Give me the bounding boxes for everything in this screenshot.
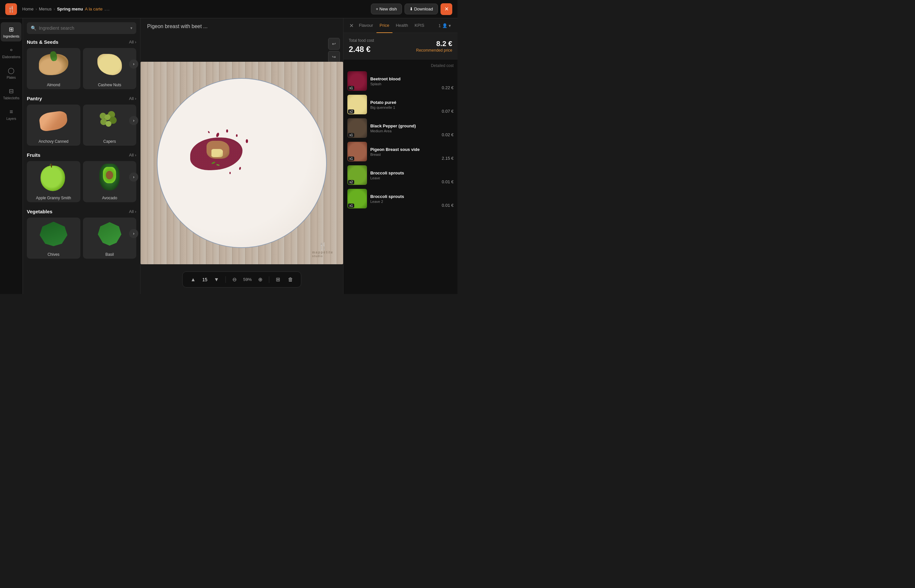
broccoli1-price: 0.01 € [442,179,454,185]
right-panel: ✕ Flavour Price Health KPIS 1 👤 ▾ Total … [343,18,457,294]
cost-right: 8.2 € Recommended price [416,40,452,53]
food-cost-value: 2.48 € [349,45,374,54]
zoom-out-icon: ⊖ [232,276,237,283]
toolbar-separator-2 [269,276,269,283]
cost-item-pepper: x1 Black Pepper (ground) Medium Area 0.0… [348,118,454,138]
pepper-info: Black Pepper (ground) Medium Area [370,123,438,133]
person-selector[interactable]: 1 👤 ▾ [436,21,454,31]
see-all-vegetables[interactable]: All › [129,209,136,214]
sidebar-item-ingredients[interactable]: ⊞ Ingredients [1,22,21,42]
pepper-price: 0.02 € [442,132,454,138]
broccoli1-info: Broccoli sprouts Leave [370,171,438,180]
breadcrumb-current[interactable]: Spring menu [57,6,82,11]
capers-image [83,105,137,137]
pepper-thumb: x1 [348,118,367,138]
breadcrumb-more[interactable]: ... [105,6,110,11]
see-all-nuts[interactable]: All › [129,40,136,44]
ingredient-card-apple[interactable]: Apple Granny Smith [27,161,81,202]
broccoli2-price: 0.01 € [442,203,454,208]
beetroot-name: Beetroot blood [370,76,438,81]
zoom-out-button[interactable]: ⊖ [231,275,238,284]
avocado-image [83,161,137,194]
sidebar-item-layers[interactable]: ≡ Layers [1,105,21,124]
breadcrumb: Home › Menus › Spring menu A la carte ..… [22,6,110,11]
grid-button[interactable]: ⊞ [275,275,281,284]
almond-image [27,48,81,81]
dish-title: Pigeon breast with beet ... [141,18,343,32]
sidebar-label-plates: Plates [7,76,16,79]
chevron-down-icon: ▾ [449,23,451,28]
page-down-button[interactable]: ▼ [212,275,220,284]
sidebar-item-elaborations[interactable]: ⚬ Elaborations [1,43,21,62]
category-fruits: Fruits All › [27,152,136,158]
detailed-cost-panel: Detailed cost x1 Beetroot blood Splash 0… [343,60,457,294]
fruits-items-row: Apple Granny Smith Avocado › [27,161,136,202]
new-dish-button[interactable]: + New dish [371,3,402,15]
potato-price: 0.07 € [442,109,454,114]
see-all-fruits[interactable]: All › [129,153,136,157]
breadcrumb-home[interactable]: Home [22,6,34,11]
sidebar-item-tablecloths[interactable]: ⊟ Tablecloths [1,84,21,103]
vegetables-arrow-icon[interactable]: › [129,229,138,238]
chevron-down-icon[interactable]: ▾ [130,26,133,31]
tab-kpis[interactable]: KPIS [411,18,428,33]
beetroot-info: Beetroot blood Splash [370,76,438,86]
canvas-container[interactable]: 🍴 mappetitestudio [141,32,343,294]
ingredient-card-almond[interactable]: Almond [27,48,81,89]
zoom-in-button[interactable]: ⊕ [257,275,264,284]
tab-price[interactable]: Price [377,18,393,33]
sidebar-label-layers: Layers [6,117,16,121]
panel-close-button[interactable]: ✕ [348,20,356,31]
pantry-arrow-icon[interactable]: › [129,116,138,125]
pigeon-price: 2.15 € [442,156,454,162]
breadcrumb-menus[interactable]: Menus [39,6,52,11]
ingredient-card-herb2[interactable]: Basil [83,218,137,259]
breadcrumb-tab[interactable]: A la carte [85,6,103,11]
tab-flavour[interactable]: Flavour [356,18,376,33]
capers-label: Capers [83,137,137,146]
fruits-arrow-icon[interactable]: › [129,173,138,182]
close-icon: ✕ [445,6,449,12]
broccoli1-thumb: x2 [348,165,367,185]
plate-background: 🍴 mappetitestudio [141,62,343,264]
nuts-arrow-icon[interactable]: › [129,60,138,69]
cost-item-broccoli2: x1 Broccoli sprouts Leave 2 0.01 € [348,189,454,208]
plate-image: 🍴 mappetitestudio [141,62,343,264]
trash-icon: 🗑 [288,277,293,283]
header-actions: + New dish ⬇ Download ✕ [371,3,452,15]
herb1-image [27,218,81,250]
broccoli1-badge: x2 [348,180,354,184]
ingredient-card-capers[interactable]: Capers [83,105,137,146]
tab-health[interactable]: Health [393,18,411,33]
category-title-pantry: Pantry [27,96,42,101]
grid-icon: ⊞ [276,276,280,283]
recommended-label: Recommended price [416,48,452,53]
nuts-items-row: Almond Cashew Nuts › [27,48,136,89]
search-input[interactable] [39,26,128,31]
close-button[interactable]: ✕ [441,3,452,15]
elaborations-icon: ⚬ [7,46,15,54]
ingredient-card-anchovy[interactable]: Anchovy Canned [27,105,81,146]
vegetables-items-row: Chives Basil › [27,218,136,259]
toolbar-separator-1 [225,276,226,283]
breadcrumb-sep1: › [36,6,37,11]
plates-icon: ◯ [7,67,15,74]
category-title-vegetables: Vegetables [27,209,52,214]
zoom-level: 59% [243,277,252,282]
sidebar-item-plates[interactable]: ◯ Plates [1,63,21,82]
page-number: 15 [202,277,207,282]
ingredient-card-cashew[interactable]: Cashew Nuts [83,48,137,89]
see-all-pantry[interactable]: All › [129,96,136,101]
broccoli1-sub: Leave [370,176,438,180]
download-button[interactable]: ⬇ Download [404,3,438,15]
delete-button[interactable]: 🗑 [286,275,294,284]
cost-left: Total food cost 2.48 € [349,38,374,54]
search-icon: 🔍 [31,26,36,31]
ingredient-card-avocado[interactable]: Avocado [83,161,137,202]
ingredient-card-herb1[interactable]: Chives [27,218,81,259]
page-up-button[interactable]: ▲ [189,275,197,284]
almond-label: Almond [27,81,81,89]
pepper-sub: Medium Area [370,129,438,133]
herb2-label: Basil [83,250,137,259]
beetroot-badge: x1 [348,86,354,90]
